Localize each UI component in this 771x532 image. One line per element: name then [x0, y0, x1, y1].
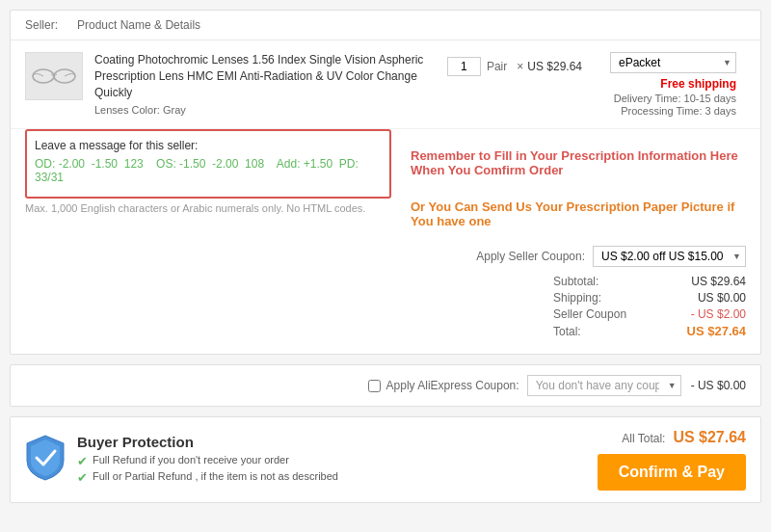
quantity-price-section: Pair × US $29.64: [438, 57, 592, 76]
buyer-protection: Buyer Protection ✔ Full Refund if you do…: [25, 434, 338, 487]
order-card: Seller: Product Name & Details: [10, 10, 761, 355]
shipping-row: Shipping: US $0.00: [25, 291, 746, 305]
delivery-time: Delivery Time: 10-15 days: [601, 93, 736, 104]
reminder-text-2: Or You Can Send Us Your Prescription Pap…: [411, 200, 746, 228]
bp-item-2: ✔ Full or Partial Refund , if the item i…: [77, 470, 338, 485]
subtotal-label: Subtotal:: [553, 275, 669, 288]
ali-coupon-discount: - US $0.00: [691, 379, 746, 392]
message-hint: Max. 1,000 English characters or Arabic …: [25, 202, 391, 214]
processing-time: Processing Time: 3 days: [601, 105, 736, 117]
product-name-label: Product Name & Details: [77, 18, 200, 32]
unit-label: Pair: [487, 60, 507, 73]
product-title: Coating Photochromic Lenses 1.56 Index S…: [94, 52, 438, 100]
total-value: US $27.64: [669, 324, 746, 338]
all-total-label: All Total:: [622, 432, 665, 445]
message-box-container: Leave a message for this seller: OD: -2.…: [25, 129, 391, 199]
multiply-symbol: ×: [517, 60, 523, 73]
product-image: [25, 52, 83, 100]
message-label: Leave a message for this seller:: [35, 139, 382, 152]
shipping-total-label: Shipping:: [553, 291, 669, 305]
bp-check-1: ✔: [77, 454, 88, 468]
total-and-pay: All Total: US $27.64 Confirm & Pay: [598, 429, 746, 491]
shipping-dropdown[interactable]: ePacket Standard Shipping: [610, 52, 736, 73]
seller-coupon-value: - US $2.00: [669, 307, 746, 321]
product-row: Coating Photochromic Lenses 1.56 Index S…: [11, 40, 760, 129]
shipping-dropdown-wrapper[interactable]: ePacket Standard Shipping: [610, 52, 736, 73]
ali-coupon-select-wrapper[interactable]: You don't have any coupons: [527, 375, 681, 396]
coupon-row: Apply Seller Coupon: US $2.00 off US $15…: [25, 246, 746, 267]
all-total-row: All Total: US $27.64: [622, 429, 746, 454]
message-reminders-section: Leave a message for this seller: OD: -2.…: [11, 129, 760, 238]
color-label: Lenses Color:: [94, 104, 160, 116]
seller-coupon-label: Seller Coupon: [553, 307, 669, 321]
subtotal-row: Subtotal: US $29.64: [25, 275, 746, 288]
quantity-input[interactable]: [447, 57, 481, 76]
coupon-select[interactable]: US $2.00 off US $15.00 No Coupon: [593, 246, 746, 267]
bp-check-2: ✔: [77, 470, 88, 485]
product-info: Coating Photochromic Lenses 1.56 Index S…: [94, 52, 438, 116]
total-row: Total: US $27.64: [25, 324, 746, 338]
total-label: Total:: [553, 325, 669, 338]
product-color: Lenses Color: Gray: [94, 104, 438, 116]
all-total-value: US $27.64: [673, 429, 746, 446]
seller-label: Seller:: [25, 18, 58, 32]
message-textarea[interactable]: OD: -2.00 -1.50 123 OS: -1.50 -2.00 108 …: [35, 157, 362, 186]
shipping-total-value: US $0.00: [669, 291, 746, 305]
bp-content: Buyer Protection ✔ Full Refund if you do…: [77, 434, 338, 487]
ali-coupon-select[interactable]: You don't have any coupons: [527, 375, 681, 396]
footer-bar: Buyer Protection ✔ Full Refund if you do…: [10, 416, 761, 503]
product-price: US $29.64: [527, 60, 582, 73]
order-header: Seller: Product Name & Details: [11, 11, 760, 40]
ali-coupon-label: Apply AliExpress Coupon:: [386, 379, 519, 392]
seller-coupon-row: Seller Coupon - US $2.00: [25, 307, 746, 321]
free-shipping-label: Free shipping: [601, 77, 736, 91]
coupon-label: Apply Seller Coupon:: [476, 250, 585, 263]
bp-item-1: ✔ Full Refund if you don't receive your …: [77, 454, 338, 468]
coupon-totals-section: Apply Seller Coupon: US $2.00 off US $15…: [11, 238, 760, 354]
shield-icon: [25, 434, 66, 480]
totals-section: Subtotal: US $29.64 Shipping: US $0.00 S…: [25, 275, 746, 346]
shipping-section: ePacket Standard Shipping Free shipping …: [592, 52, 746, 117]
ali-coupon-checkbox[interactable]: [368, 380, 381, 392]
color-value: Gray: [163, 104, 186, 116]
confirm-pay-button[interactable]: Confirm & Pay: [598, 454, 746, 491]
bp-title: Buyer Protection: [77, 434, 338, 450]
reminders-col: Remember to Fill in Your Prescription In…: [411, 129, 746, 228]
subtotal-value: US $29.64: [669, 275, 746, 288]
message-col: Leave a message for this seller: OD: -2.…: [25, 129, 391, 214]
ali-coupon-bar: Apply AliExpress Coupon: You don't have …: [10, 364, 761, 407]
reminder-text-1: Remember to Fill in Your Prescription In…: [411, 148, 746, 177]
coupon-select-wrapper[interactable]: US $2.00 off US $15.00 No Coupon: [593, 246, 746, 267]
